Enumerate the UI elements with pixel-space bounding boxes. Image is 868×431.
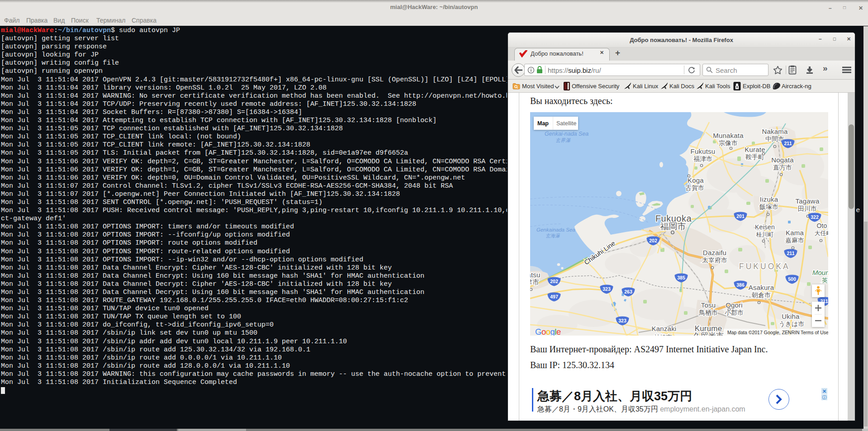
svg-text:田川市: 田川市 — [798, 205, 817, 212]
svg-text:322: 322 — [811, 214, 819, 220]
svg-text:大任町: 大任町 — [815, 230, 829, 237]
svg-text:英: 英 — [822, 277, 828, 284]
svg-text:Oto: Oto — [816, 222, 827, 229]
svg-text:201: 201 — [736, 213, 745, 219]
svg-text:Satellite: Satellite — [556, 120, 577, 127]
svg-text:Iizuka: Iizuka — [760, 195, 778, 203]
svg-text:Kanzaki: Kanzaki — [652, 325, 677, 332]
svg-text:386: 386 — [736, 282, 745, 288]
svg-text:嘉麻市: 嘉麻市 — [785, 237, 804, 244]
svg-text:朝倉市: 朝倉市 — [751, 291, 771, 298]
svg-text:Koga: Koga — [688, 176, 704, 184]
svg-text:Dazaifu: Dazaifu — [703, 249, 726, 256]
svg-text:宗像市: 宗像市 — [719, 139, 738, 147]
svg-text:玄海瀑: 玄海瀑 — [545, 233, 560, 238]
svg-text:Asakura: Asakura — [749, 284, 774, 291]
svg-text:Tosu: Tosu — [701, 301, 716, 309]
svg-text:Map: Map — [537, 120, 549, 127]
svg-text:202: 202 — [550, 279, 558, 284]
svg-text:Fukutsu: Fukutsu — [691, 147, 716, 155]
svg-text:323: 323 — [602, 286, 611, 292]
svg-text:202: 202 — [649, 238, 657, 243]
svg-text:玄界瀑: 玄界瀑 — [555, 137, 571, 143]
svg-text:太宰府市: 太宰府市 — [702, 256, 727, 264]
svg-text:497: 497 — [550, 294, 558, 299]
svg-text:古賀市: 古賀市 — [685, 184, 704, 191]
svg-text:うきは市: うきは市 — [779, 320, 805, 327]
svg-text:Nakama: Nakama — [762, 128, 788, 135]
svg-text:atsu: atsu — [530, 271, 541, 279]
svg-text:Terms of Use: Terms of Use — [801, 330, 828, 335]
svg-text:FUKUOKA: FUKUOKA — [739, 262, 790, 271]
svg-text:Genkainada Sea: Genkainada Sea — [536, 227, 575, 232]
svg-text:Tagawa: Tagawa — [796, 197, 820, 205]
svg-text:Mount: Mount — [812, 269, 828, 276]
svg-text:Kurate: Kurate — [745, 146, 765, 153]
svg-text:Map data ©2017 Google, ZENRIN: Map data ©2017 Google, ZENRIN — [727, 330, 799, 335]
svg-text:久留米市: 久留米市 — [693, 332, 724, 336]
svg-text:Google: Google — [535, 327, 561, 336]
svg-text:211: 211 — [784, 141, 792, 146]
svg-text:Genkai-nada Sea: Genkai-nada Sea — [545, 131, 588, 137]
svg-text:Nogata: Nogata — [771, 156, 794, 164]
svg-text:Munakata: Munakata — [713, 132, 744, 139]
svg-text:神埼市: 神埼市 — [654, 334, 672, 336]
svg-text:Ogori: Ogori — [726, 301, 743, 309]
svg-text:Ukiha: Ukiha — [782, 313, 800, 320]
svg-text:Kama: Kama — [786, 229, 804, 237]
svg-text:桂川町: 桂川町 — [756, 231, 774, 238]
svg-text:福津市: 福津市 — [693, 155, 712, 162]
svg-text:263: 263 — [624, 289, 632, 294]
svg-text:Keisen: Keisen — [755, 223, 775, 231]
svg-text:福岡市: 福岡市 — [660, 222, 686, 231]
svg-text:飯塚市: 飯塚市 — [759, 203, 778, 210]
svg-text:小郡市: 小郡市 — [725, 309, 744, 316]
svg-text:鞍手町: 鞍手町 — [745, 153, 764, 161]
svg-text:鳥栖市: 鳥栖市 — [698, 309, 718, 316]
svg-text:津市: 津市 — [530, 278, 539, 286]
svg-text:211: 211 — [787, 251, 795, 256]
svg-text:323: 323 — [618, 318, 626, 323]
svg-text:500: 500 — [788, 276, 796, 282]
svg-text:直方市: 直方市 — [773, 164, 792, 171]
svg-text:385: 385 — [677, 275, 685, 280]
